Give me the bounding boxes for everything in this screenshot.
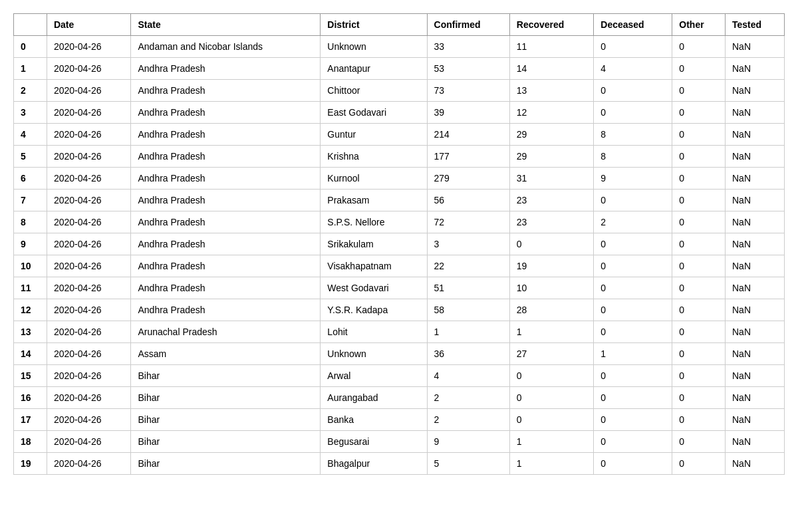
cell-deceased: 0 bbox=[594, 102, 672, 124]
col-header-deceased[interactable]: Deceased bbox=[594, 14, 672, 36]
cell-tested: NaN bbox=[725, 58, 784, 80]
cell-date: 2020-04-26 bbox=[47, 431, 131, 453]
cell-recovered: 0 bbox=[509, 409, 593, 431]
cell-index: 7 bbox=[14, 190, 47, 211]
cell-deceased: 0 bbox=[594, 233, 672, 255]
cell-state: Andhra Pradesh bbox=[131, 233, 321, 255]
table-row: 42020-04-26Andhra PradeshGuntur2142980Na… bbox=[14, 124, 785, 146]
cell-deceased: 0 bbox=[594, 365, 672, 387]
cell-state: Andhra Pradesh bbox=[131, 190, 321, 211]
cell-index: 13 bbox=[14, 321, 47, 343]
cell-district: Guntur bbox=[321, 124, 427, 146]
cell-deceased: 9 bbox=[594, 168, 672, 190]
cell-tested: NaN bbox=[725, 80, 784, 102]
table-row: 12020-04-26Andhra PradeshAnantapur531440… bbox=[14, 58, 785, 80]
cell-confirmed: 279 bbox=[427, 168, 509, 190]
cell-date: 2020-04-26 bbox=[47, 277, 131, 299]
cell-deceased: 0 bbox=[594, 190, 672, 211]
cell-tested: NaN bbox=[725, 299, 784, 321]
cell-deceased: 1 bbox=[594, 343, 672, 365]
cell-tested: NaN bbox=[725, 168, 784, 190]
cell-other: 0 bbox=[672, 211, 726, 233]
cell-recovered: 1 bbox=[509, 431, 593, 453]
cell-deceased: 0 bbox=[594, 255, 672, 277]
cell-other: 0 bbox=[672, 58, 726, 80]
cell-confirmed: 4 bbox=[427, 365, 509, 387]
cell-deceased: 0 bbox=[594, 387, 672, 409]
cell-date: 2020-04-26 bbox=[47, 233, 131, 255]
cell-confirmed: 33 bbox=[427, 36, 509, 58]
cell-confirmed: 3 bbox=[427, 233, 509, 255]
cell-index: 15 bbox=[14, 365, 47, 387]
cell-date: 2020-04-26 bbox=[47, 299, 131, 321]
cell-deceased: 0 bbox=[594, 431, 672, 453]
cell-index: 17 bbox=[14, 409, 47, 431]
cell-state: Bihar bbox=[131, 387, 321, 409]
cell-other: 0 bbox=[672, 190, 726, 211]
col-header-recovered[interactable]: Recovered bbox=[509, 14, 593, 36]
cell-state: Andhra Pradesh bbox=[131, 255, 321, 277]
table-header-row: Date State District Confirmed Recovered … bbox=[14, 14, 785, 36]
col-header-district[interactable]: District bbox=[321, 14, 427, 36]
cell-district: Unknown bbox=[321, 36, 427, 58]
cell-other: 0 bbox=[672, 102, 726, 124]
cell-deceased: 2 bbox=[594, 211, 672, 233]
table-row: 52020-04-26Andhra PradeshKrishna1772980N… bbox=[14, 146, 785, 168]
cell-confirmed: 2 bbox=[427, 409, 509, 431]
cell-date: 2020-04-26 bbox=[47, 409, 131, 431]
cell-tested: NaN bbox=[725, 343, 784, 365]
col-header-date[interactable]: Date bbox=[47, 14, 131, 36]
cell-district: Aurangabad bbox=[321, 387, 427, 409]
cell-date: 2020-04-26 bbox=[47, 365, 131, 387]
cell-date: 2020-04-26 bbox=[47, 36, 131, 58]
cell-confirmed: 72 bbox=[427, 211, 509, 233]
cell-district: Prakasam bbox=[321, 190, 427, 211]
cell-tested: NaN bbox=[725, 431, 784, 453]
cell-district: Y.S.R. Kadapa bbox=[321, 299, 427, 321]
cell-district: S.P.S. Nellore bbox=[321, 211, 427, 233]
cell-other: 0 bbox=[672, 299, 726, 321]
cell-tested: NaN bbox=[725, 190, 784, 211]
cell-district: Kurnool bbox=[321, 168, 427, 190]
cell-date: 2020-04-26 bbox=[47, 321, 131, 343]
cell-district: Anantapur bbox=[321, 58, 427, 80]
cell-confirmed: 58 bbox=[427, 299, 509, 321]
cell-recovered: 10 bbox=[509, 277, 593, 299]
cell-district: Lohit bbox=[321, 321, 427, 343]
cell-recovered: 12 bbox=[509, 102, 593, 124]
cell-deceased: 0 bbox=[594, 277, 672, 299]
cell-deceased: 0 bbox=[594, 36, 672, 58]
col-header-state[interactable]: State bbox=[131, 14, 321, 36]
cell-date: 2020-04-26 bbox=[47, 58, 131, 80]
cell-confirmed: 73 bbox=[427, 80, 509, 102]
cell-recovered: 23 bbox=[509, 211, 593, 233]
cell-date: 2020-04-26 bbox=[47, 211, 131, 233]
cell-tested: NaN bbox=[725, 124, 784, 146]
cell-index: 12 bbox=[14, 299, 47, 321]
cell-state: Bihar bbox=[131, 365, 321, 387]
cell-other: 0 bbox=[672, 277, 726, 299]
cell-state: Andhra Pradesh bbox=[131, 58, 321, 80]
cell-index: 4 bbox=[14, 124, 47, 146]
cell-confirmed: 36 bbox=[427, 343, 509, 365]
col-header-other[interactable]: Other bbox=[672, 14, 726, 36]
col-header-confirmed[interactable]: Confirmed bbox=[427, 14, 509, 36]
cell-confirmed: 177 bbox=[427, 146, 509, 168]
cell-confirmed: 5 bbox=[427, 453, 509, 475]
cell-index: 18 bbox=[14, 431, 47, 453]
cell-tested: NaN bbox=[725, 321, 784, 343]
cell-recovered: 29 bbox=[509, 146, 593, 168]
table-row: 122020-04-26Andhra PradeshY.S.R. Kadapa5… bbox=[14, 299, 785, 321]
cell-tested: NaN bbox=[725, 365, 784, 387]
cell-recovered: 1 bbox=[509, 453, 593, 475]
cell-recovered: 11 bbox=[509, 36, 593, 58]
cell-tested: NaN bbox=[725, 211, 784, 233]
cell-state: Bihar bbox=[131, 431, 321, 453]
cell-district: Chittoor bbox=[321, 80, 427, 102]
cell-tested: NaN bbox=[725, 387, 784, 409]
cell-recovered: 0 bbox=[509, 233, 593, 255]
table-row: 32020-04-26Andhra PradeshEast Godavari39… bbox=[14, 102, 785, 124]
col-header-tested[interactable]: Tested bbox=[725, 14, 784, 36]
data-table-container: Date State District Confirmed Recovered … bbox=[13, 13, 785, 475]
table-row: 62020-04-26Andhra PradeshKurnool2793190N… bbox=[14, 168, 785, 190]
